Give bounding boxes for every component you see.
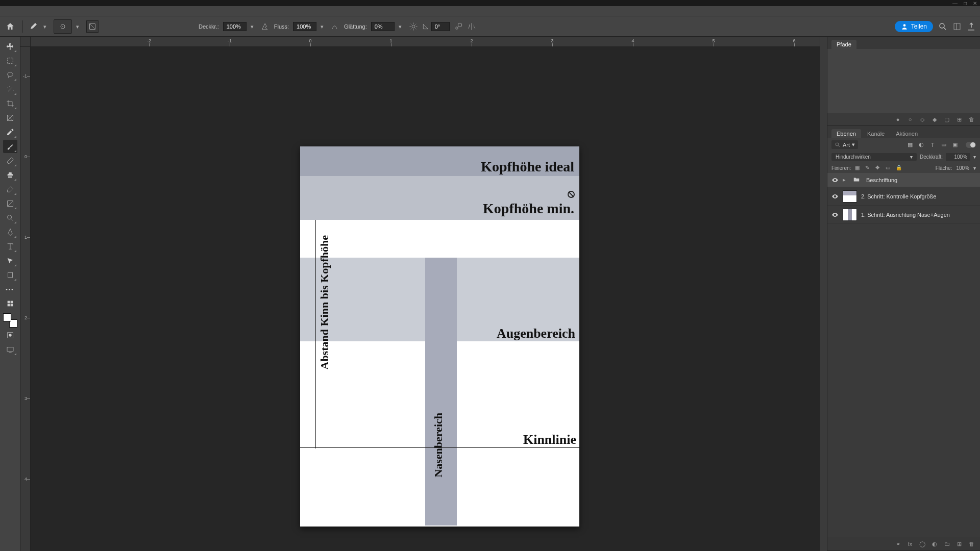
new-path-icon[interactable]: ⊞ [955, 116, 963, 123]
menu-bar[interactable] [0, 6, 980, 16]
group-layers-icon[interactable]: 🗀 [943, 540, 950, 547]
crop-tool[interactable] [3, 97, 17, 110]
pen-tool[interactable] [3, 226, 17, 239]
smoothing-options-icon[interactable] [409, 22, 418, 31]
expand-arrow-icon[interactable]: ▸ [843, 177, 848, 183]
layer-name[interactable]: 1. Schritt: Ausrichtung Nase+Augen [861, 212, 950, 218]
smoothing-field[interactable] [371, 22, 395, 31]
arrange-icon[interactable] [952, 22, 962, 31]
canvas-area[interactable]: -2-101234567 -1012345 Kopfhöhe ideal Kop… [20, 37, 820, 551]
eraser-tool[interactable] [3, 183, 17, 196]
brush-panel-toggle[interactable] [86, 20, 99, 33]
paths-list[interactable] [827, 49, 980, 113]
frame-tool[interactable] [3, 111, 17, 124]
link-layers-icon[interactable]: ⚭ [894, 540, 901, 547]
tool-preset-icon[interactable] [29, 21, 39, 32]
quickmask-tool[interactable] [3, 329, 17, 342]
brush-tool[interactable] [3, 140, 17, 153]
layer-row[interactable]: ▸Beschriftung [827, 173, 980, 187]
pressure-size-icon[interactable] [454, 22, 463, 31]
lock-transparency-icon[interactable]: ▦ [855, 165, 861, 171]
dodge-tool[interactable] [3, 211, 17, 224]
filter-adjust-icon[interactable]: ◐ [918, 141, 925, 148]
search-icon[interactable] [938, 22, 947, 31]
chevron-down-icon[interactable]: ▾ [973, 165, 976, 171]
more-tools[interactable]: ••• [3, 283, 17, 296]
ruler-vertical[interactable]: -1012345 [20, 47, 31, 551]
visibility-icon[interactable] [831, 211, 839, 218]
path-from-selection-icon[interactable]: ◆ [931, 116, 938, 123]
lock-position-icon[interactable]: ✥ [875, 165, 881, 171]
shape-tool[interactable] [3, 268, 17, 282]
path-select-tool[interactable] [3, 254, 17, 267]
ruler-horizontal[interactable]: -2-101234567 [31, 37, 820, 47]
channels-tab[interactable]: Kanäle [862, 129, 890, 138]
symmetry-icon[interactable] [467, 22, 476, 31]
smoothing-dropdown-icon[interactable]: ▾ [399, 23, 405, 30]
brush-angle[interactable] [422, 22, 450, 31]
type-tool[interactable] [3, 240, 17, 253]
filter-type-icon[interactable]: T [929, 141, 936, 148]
layer-thumbnail[interactable] [843, 190, 857, 203]
healing-tool[interactable] [3, 154, 17, 167]
layer-thumbnail[interactable] [843, 209, 857, 221]
selection-path-icon[interactable]: ◇ [919, 116, 926, 123]
visibility-icon[interactable] [831, 193, 839, 200]
close-button[interactable]: ✕ [973, 1, 977, 6]
delete-layer-icon[interactable]: 🗑 [968, 540, 975, 547]
move-tool[interactable] [3, 40, 17, 53]
opacity-field[interactable] [223, 22, 247, 31]
magic-wand-tool[interactable] [3, 83, 17, 96]
pressure-opacity-icon[interactable] [261, 22, 270, 31]
layer-mask-icon[interactable]: ◯ [919, 540, 926, 547]
export-icon[interactable] [967, 22, 976, 31]
delete-path-icon[interactable]: 🗑 [968, 116, 975, 123]
filter-shape-icon[interactable]: ▭ [940, 141, 947, 148]
brush-picker[interactable] [54, 19, 72, 34]
minimize-button[interactable]: — [952, 1, 958, 6]
marquee-tool[interactable] [3, 54, 17, 67]
eyedropper-tool[interactable] [3, 126, 17, 139]
screenmode-tool[interactable] [3, 343, 17, 356]
document-canvas[interactable]: Kopfhöhe ideal Kopfhöhe min. Augenbereic… [300, 146, 579, 527]
blend-mode-dropdown[interactable]: Hindurchwirken ▾ [831, 153, 917, 161]
lock-pixels-icon[interactable]: ✎ [865, 165, 871, 171]
angle-field[interactable] [431, 22, 450, 31]
filter-type-dropdown[interactable]: Art ▾ [831, 140, 858, 149]
ruler-origin[interactable] [20, 37, 31, 47]
layer-name[interactable]: 2. Schritt: Kontrolle Kopfgröße [861, 193, 936, 199]
color-swatches[interactable] [3, 313, 17, 328]
chevron-down-icon[interactable]: ▾ [973, 154, 976, 160]
clone-stamp-tool[interactable] [3, 168, 17, 182]
flow-field[interactable] [293, 22, 316, 31]
layer-row[interactable]: 2. Schritt: Kontrolle Kopfgröße [827, 187, 980, 206]
filter-toggle[interactable] [966, 142, 976, 148]
maximize-button[interactable]: □ [964, 1, 967, 6]
layer-opacity-field[interactable]: 100% [946, 153, 970, 161]
home-button[interactable] [4, 20, 16, 33]
stroke-path-icon[interactable]: ○ [906, 116, 914, 123]
share-button[interactable]: Teilen [895, 21, 933, 32]
filter-smart-icon[interactable]: ▣ [951, 141, 959, 148]
paths-tab[interactable]: Pfade [831, 40, 856, 49]
layers-tab[interactable]: Ebenen [831, 129, 861, 138]
opacity-dropdown-icon[interactable]: ▾ [251, 23, 257, 30]
lock-artboard-icon[interactable]: ▭ [886, 165, 892, 171]
lasso-tool[interactable] [3, 68, 17, 82]
lock-all-icon[interactable]: 🔒 [896, 165, 902, 171]
layer-fx-icon[interactable]: fx [906, 540, 914, 547]
panel-dock-strip[interactable] [820, 37, 827, 551]
brush-picker-dropdown-icon[interactable]: ▾ [76, 23, 82, 30]
flow-dropdown-icon[interactable]: ▾ [321, 23, 327, 30]
edit-toolbar[interactable] [3, 297, 17, 310]
fill-path-icon[interactable]: ● [894, 116, 901, 123]
filter-pixel-icon[interactable]: ▦ [906, 141, 914, 148]
visibility-icon[interactable] [831, 177, 839, 184]
layer-row[interactable]: 1. Schritt: Ausrichtung Nase+Augen [827, 206, 980, 224]
new-layer-icon[interactable]: ⊞ [955, 540, 963, 547]
mask-path-icon[interactable]: ▢ [943, 116, 950, 123]
gradient-tool[interactable] [3, 197, 17, 210]
actions-tab[interactable]: Aktionen [891, 129, 923, 138]
layer-name[interactable]: Beschriftung [866, 177, 897, 183]
adjustment-layer-icon[interactable]: ◐ [931, 540, 938, 547]
